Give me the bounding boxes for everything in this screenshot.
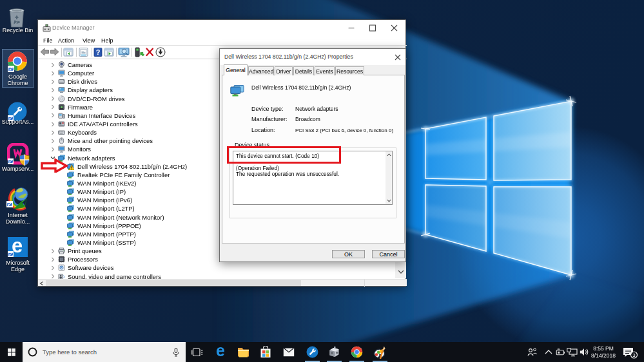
svg-text:?: ? xyxy=(96,48,101,56)
svg-text:3: 3 xyxy=(632,352,636,358)
